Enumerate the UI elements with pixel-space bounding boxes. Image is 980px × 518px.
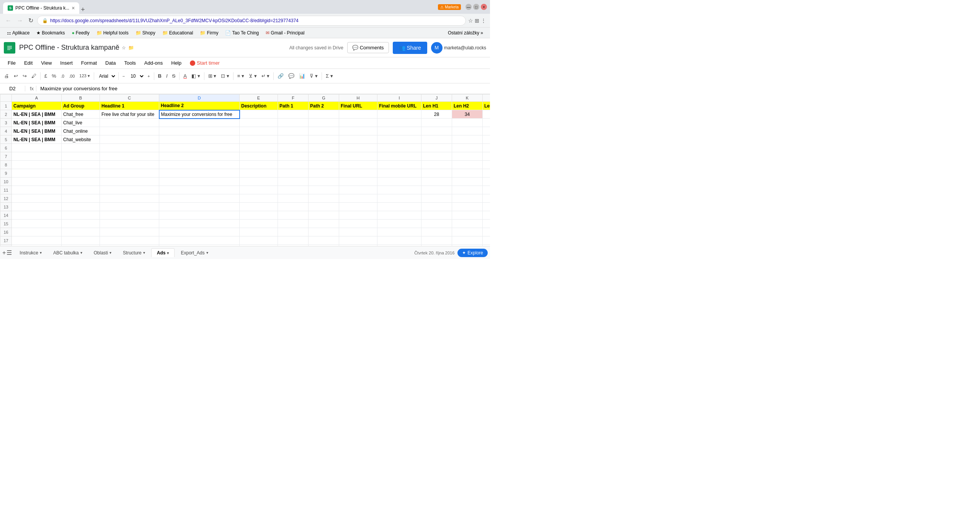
comments-button[interactable]: 💬 Comments <box>347 42 389 53</box>
print-button[interactable]: 🖨 <box>2 72 11 80</box>
bookmark-gmail[interactable]: ✉ Gmail - Principal <box>263 29 307 36</box>
close-button[interactable]: × <box>481 4 487 10</box>
sheet-table-wrapper[interactable]: A B C D E F G H I J K L M 1 <box>0 94 490 246</box>
bookmark-tao[interactable]: 📄 Tao Te Ching <box>222 29 262 36</box>
cell-g2[interactable] <box>309 110 339 119</box>
cell-k1[interactable]: Len H2 <box>452 102 483 110</box>
back-button[interactable]: ← <box>4 16 13 25</box>
cell-j3[interactable] <box>421 119 452 127</box>
cell-e1[interactable]: Description <box>240 102 278 110</box>
extensions-button[interactable]: ⊞ <box>475 18 479 24</box>
menu-edit[interactable]: Edit <box>20 59 36 67</box>
tab-ads[interactable]: Ads ▾ <box>151 248 175 257</box>
cell-h4[interactable] <box>339 127 377 135</box>
col-header-b[interactable]: B <box>62 94 100 102</box>
wrap-button[interactable]: ↵ ▾ <box>260 72 272 80</box>
url-bar[interactable]: 🔒 https://docs.google.com/spreadsheets/d… <box>37 16 466 26</box>
minimize-button[interactable]: — <box>466 4 472 10</box>
cell-f3[interactable] <box>278 119 309 127</box>
currency-button[interactable]: £ <box>42 72 49 80</box>
menu-addons[interactable]: Add-ons <box>140 59 167 67</box>
cell-a1[interactable]: Campaign <box>12 102 62 110</box>
cell-d5[interactable] <box>159 135 240 144</box>
cell-a2[interactable]: NL-EN | SEA | BMM <box>12 110 62 119</box>
percent-button[interactable]: % <box>50 72 58 80</box>
font-size-increase-button[interactable]: + <box>145 73 152 80</box>
cell-k5[interactable] <box>452 135 483 144</box>
star-doc-button[interactable]: ☆ <box>122 45 126 50</box>
cell-a5[interactable]: NL-EN | SEA | BMM <box>12 135 62 144</box>
cell-j4[interactable] <box>421 127 452 135</box>
comment-button[interactable]: 💬 <box>286 72 296 80</box>
tab-abc-tabulka[interactable]: ABC tabulka ▾ <box>48 249 88 257</box>
link-button[interactable]: 🔗 <box>276 72 286 80</box>
cell-i4[interactable] <box>377 127 421 135</box>
doc-title-text[interactable]: PPC Offline - Struktura kampaně <box>19 44 119 52</box>
merge-button[interactable]: ⊡ ▾ <box>219 72 231 80</box>
bookmark-shopy[interactable]: 📁 Shopy <box>132 29 158 36</box>
cell-f2[interactable] <box>278 110 309 119</box>
cell-i3[interactable] <box>377 119 421 127</box>
bookmark-aplikace[interactable]: ⚏ Aplikace <box>4 29 33 36</box>
profile-area[interactable]: M marketa@ulab.rocks <box>431 42 486 54</box>
cell-i5[interactable] <box>377 135 421 144</box>
cell-g3[interactable] <box>309 119 339 127</box>
menu-help[interactable]: Help <box>167 59 185 67</box>
cell-f4[interactable] <box>278 127 309 135</box>
menu-file[interactable]: File <box>4 59 20 67</box>
cell-i1[interactable]: Final mobile URL <box>377 102 421 110</box>
cell-j2[interactable]: 28 <box>421 110 452 119</box>
col-header-c[interactable]: C <box>100 94 159 102</box>
cell-d3[interactable] <box>159 119 240 127</box>
italic-button[interactable]: I <box>164 72 170 80</box>
col-header-h[interactable]: H <box>339 94 377 102</box>
cell-g4[interactable] <box>309 127 339 135</box>
font-size-decrease-button[interactable]: − <box>121 73 127 80</box>
cell-c1[interactable]: Headline 1 <box>100 102 159 110</box>
cell-e2[interactable] <box>240 110 278 119</box>
bookmark-star-button[interactable]: ☆ <box>468 18 473 24</box>
col-header-k[interactable]: K <box>452 94 483 102</box>
cell-j1[interactable]: Len H1 <box>421 102 452 110</box>
cell-k3[interactable] <box>452 119 483 127</box>
col-header-e[interactable]: E <box>240 94 278 102</box>
cell-l2[interactable] <box>483 110 490 119</box>
cell-b3[interactable]: Chat_live <box>62 119 100 127</box>
explore-button[interactable]: ✦ Explore <box>457 249 488 257</box>
cell-f1[interactable]: Path 1 <box>278 102 309 110</box>
cell-l1[interactable]: Len DESC <box>483 102 490 110</box>
cell-a4[interactable]: NL-EN | SEA | BMM <box>12 127 62 135</box>
col-header-i[interactable]: I <box>377 94 421 102</box>
tab-oblasti-dropdown[interactable]: ▾ <box>109 251 111 255</box>
cell-e5[interactable] <box>240 135 278 144</box>
cell-g5[interactable] <box>309 135 339 144</box>
decimal-decrease-button[interactable]: .0 <box>59 73 66 80</box>
bookmark-bookmarks[interactable]: ★ Bookmarks <box>33 29 68 36</box>
user-avatar[interactable]: M <box>431 42 443 54</box>
paint-format-button[interactable]: 🖊 <box>29 72 38 80</box>
cell-c4[interactable] <box>100 127 159 135</box>
more-formats-button[interactable]: 123 ▾ <box>77 72 91 80</box>
cell-c3[interactable] <box>100 119 159 127</box>
menu-view[interactable]: View <box>37 59 56 67</box>
forward-button[interactable]: → <box>15 16 24 25</box>
cell-l3[interactable] <box>483 119 490 127</box>
tab-export-ads-dropdown[interactable]: ▾ <box>206 251 208 255</box>
start-timer-button[interactable]: Start timer <box>186 59 224 67</box>
col-header-d[interactable]: D <box>159 94 240 102</box>
undo-button[interactable]: ↩ <box>12 72 20 80</box>
cell-h1[interactable]: Final URL <box>339 102 377 110</box>
menu-format[interactable]: Format <box>77 59 101 67</box>
decimal-increase-button[interactable]: .00 <box>67 73 77 80</box>
chart-button[interactable]: 📊 <box>297 72 307 80</box>
share-button[interactable]: 👥 Share <box>393 42 427 54</box>
menu-button[interactable]: ⋮ <box>481 18 486 24</box>
cell-b2[interactable]: Chat_free <box>62 110 100 119</box>
col-header-j[interactable]: J <box>421 94 452 102</box>
cell-c5[interactable] <box>100 135 159 144</box>
cell-f5[interactable] <box>278 135 309 144</box>
menu-data[interactable]: Data <box>101 59 119 67</box>
fill-color-button[interactable]: ◧ ▾ <box>189 72 202 80</box>
cell-reference[interactable]: D2 <box>2 86 25 91</box>
cell-g1[interactable]: Path 2 <box>309 102 339 110</box>
